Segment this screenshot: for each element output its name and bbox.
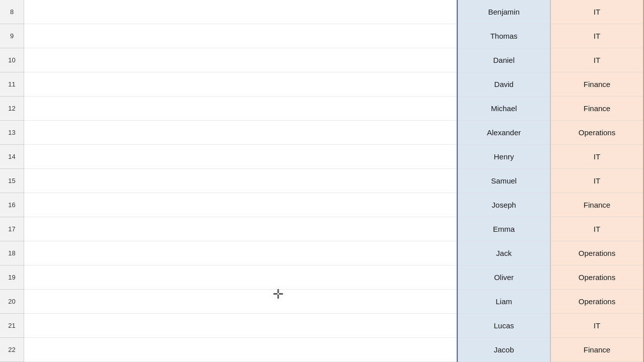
dept-cell-row-8[interactable]: IT bbox=[551, 0, 643, 24]
dept-cell-row-9[interactable]: IT bbox=[551, 24, 643, 48]
dept-cell-row-15[interactable]: IT bbox=[551, 169, 643, 193]
name-cell-row-16[interactable]: Joseph bbox=[458, 193, 550, 217]
dept-cell-row-17[interactable]: IT bbox=[551, 217, 643, 241]
dept-cell-row-22[interactable]: Finance bbox=[551, 338, 643, 362]
empty-cell-row-10[interactable] bbox=[24, 48, 456, 72]
dept-cell-row-13[interactable]: Operations bbox=[551, 121, 643, 145]
name-cell-row-15[interactable]: Samuel bbox=[458, 169, 550, 193]
row-number-8: 8 bbox=[0, 0, 24, 24]
row-number-9: 9 bbox=[0, 24, 24, 48]
empty-cell-row-19[interactable] bbox=[24, 265, 456, 290]
empty-columns[interactable]: ✛ bbox=[24, 0, 457, 362]
name-cell-row-21[interactable]: Lucas bbox=[458, 314, 550, 338]
empty-cell-row-21[interactable] bbox=[24, 314, 456, 338]
dept-cell-row-16[interactable]: Finance bbox=[551, 193, 643, 217]
row-number-15: 15 bbox=[0, 169, 24, 193]
row-number-17: 17 bbox=[0, 217, 24, 241]
name-cell-row-20[interactable]: Liam bbox=[458, 290, 550, 314]
name-cell-row-11[interactable]: David bbox=[458, 72, 550, 97]
empty-cell-row-16[interactable] bbox=[24, 193, 456, 217]
names-column[interactable]: BenjaminThomasDanielDavidMichaelAlexande… bbox=[457, 0, 550, 362]
name-cell-row-13[interactable]: Alexander bbox=[458, 121, 550, 145]
name-cell-row-19[interactable]: Oliver bbox=[458, 265, 550, 290]
empty-cell-row-20[interactable] bbox=[24, 290, 456, 314]
empty-cell-row-8[interactable] bbox=[24, 0, 456, 24]
empty-cell-row-13[interactable] bbox=[24, 121, 456, 145]
dept-cell-row-20[interactable]: Operations bbox=[551, 290, 643, 314]
name-cell-row-17[interactable]: Emma bbox=[458, 217, 550, 241]
name-cell-row-12[interactable]: Michael bbox=[458, 97, 550, 121]
empty-cell-row-9[interactable] bbox=[24, 24, 456, 48]
spreadsheet: 8910111213141516171819202122 ✛ BenjaminT… bbox=[0, 0, 644, 362]
dept-cell-row-18[interactable]: Operations bbox=[551, 241, 643, 265]
row-number-19: 19 bbox=[0, 265, 24, 290]
empty-cell-row-18[interactable] bbox=[24, 241, 456, 265]
empty-cell-row-15[interactable] bbox=[24, 169, 456, 193]
row-number-16: 16 bbox=[0, 193, 24, 217]
empty-cell-row-17[interactable] bbox=[24, 217, 456, 241]
row-number-12: 12 bbox=[0, 97, 24, 121]
name-cell-row-8[interactable]: Benjamin bbox=[458, 0, 550, 24]
name-cell-row-18[interactable]: Jack bbox=[458, 241, 550, 265]
dept-cell-row-11[interactable]: Finance bbox=[551, 72, 643, 97]
name-cell-row-9[interactable]: Thomas bbox=[458, 24, 550, 48]
row-headers: 8910111213141516171819202122 bbox=[0, 0, 24, 362]
empty-cell-row-11[interactable] bbox=[24, 72, 456, 97]
departments-column[interactable]: ITITITFinanceFinanceOperationsITITFinanc… bbox=[550, 0, 644, 362]
row-number-18: 18 bbox=[0, 241, 24, 265]
row-number-13: 13 bbox=[0, 121, 24, 145]
row-number-20: 20 bbox=[0, 290, 24, 314]
row-number-21: 21 bbox=[0, 314, 24, 338]
empty-cell-row-22[interactable] bbox=[24, 338, 456, 362]
name-cell-row-10[interactable]: Daniel bbox=[458, 48, 550, 72]
name-cell-row-14[interactable]: Henry bbox=[458, 145, 550, 169]
empty-cell-row-12[interactable] bbox=[24, 97, 456, 121]
row-number-10: 10 bbox=[0, 48, 24, 72]
dept-cell-row-19[interactable]: Operations bbox=[551, 265, 643, 290]
dept-cell-row-14[interactable]: IT bbox=[551, 145, 643, 169]
dept-cell-row-10[interactable]: IT bbox=[551, 48, 643, 72]
row-number-14: 14 bbox=[0, 145, 24, 169]
dept-cell-row-21[interactable]: IT bbox=[551, 314, 643, 338]
dept-cell-row-12[interactable]: Finance bbox=[551, 97, 643, 121]
empty-cell-row-14[interactable] bbox=[24, 145, 456, 169]
row-number-22: 22 bbox=[0, 338, 24, 362]
row-number-11: 11 bbox=[0, 72, 24, 97]
name-cell-row-22[interactable]: Jacob bbox=[458, 338, 550, 362]
main-area: ✛ BenjaminThomasDanielDavidMichaelAlexan… bbox=[24, 0, 644, 362]
data-columns: BenjaminThomasDanielDavidMichaelAlexande… bbox=[457, 0, 644, 362]
